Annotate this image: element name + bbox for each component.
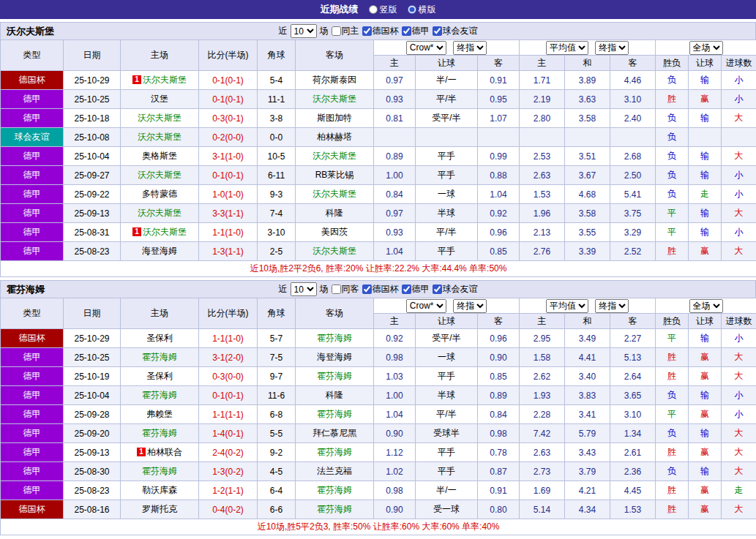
odds-time-select[interactable]: 终指 xyxy=(453,299,487,313)
corners: 11-1 xyxy=(258,90,296,109)
section-header: 沃尔夫斯堡 近 10 场 同主 德国杯 德甲 球会友谊 xyxy=(0,22,756,39)
corners: 5-7 xyxy=(258,329,296,348)
odds-company-select[interactable]: Crow* xyxy=(406,299,446,313)
handicap-result: 输 xyxy=(689,147,722,166)
avg-draw: 3.83 xyxy=(565,386,610,405)
col-header-handicap-result: 让球 xyxy=(689,56,722,71)
goals-result: 小 xyxy=(722,166,756,185)
goals-result: 小 xyxy=(722,71,756,90)
handicap-line: 半球 xyxy=(416,204,478,223)
corners: 9-7 xyxy=(258,367,296,386)
avg-draw: 3.41 xyxy=(565,405,610,424)
odds-home: 0.98 xyxy=(374,348,416,367)
league-checkbox-bundesliga[interactable] xyxy=(402,26,411,36)
result: 负 xyxy=(656,128,689,147)
home-team: 勒沃库森 xyxy=(121,481,199,500)
match-row: 德甲25-09-13沃尔夫斯堡3-3(1-1)7-4科隆0.97半球0.921.… xyxy=(1,204,756,223)
corners: 3-8 xyxy=(258,109,296,128)
goals-result: 大 xyxy=(722,109,756,128)
team-name-text: 奥格斯堡 xyxy=(142,151,177,161)
result: 负 xyxy=(656,424,689,443)
match-type: 德甲 xyxy=(1,185,64,204)
match-count-select[interactable]: 10 xyxy=(291,282,317,296)
handicap-result: 输 xyxy=(689,166,722,185)
league-checkbox-cup-label[interactable]: 德国杯 xyxy=(362,25,399,37)
handicap-result: 输 xyxy=(689,223,722,242)
handicap-line: 半球 xyxy=(416,386,478,405)
score: 1-1(1-0) xyxy=(199,329,258,348)
odds-time-select[interactable]: 终指 xyxy=(453,41,487,55)
match-row: 德甲25-10-19圣保利0-3(0-0)9-7霍芬海姆1.03平手0.852.… xyxy=(1,367,756,386)
same-venue-checkbox-label[interactable]: 同主 xyxy=(332,25,359,37)
avg-draw: 4.68 xyxy=(565,185,610,204)
odds-away: 0.95 xyxy=(478,90,520,109)
match-row: 德甲25-09-27沃尔夫斯堡0-1(0-1)6-11RB莱比锡1.00平手0.… xyxy=(1,166,756,185)
league-checkbox-bundesliga[interactable] xyxy=(402,284,411,294)
odds-away xyxy=(478,128,520,147)
avg-home: 7.42 xyxy=(520,424,565,443)
odds-home: 1.00 xyxy=(374,386,416,405)
match-type: 德国杯 xyxy=(1,500,64,519)
col-header-odds-home: 主 xyxy=(374,314,416,329)
league-checkbox-bundesliga-label[interactable]: 德甲 xyxy=(402,25,430,37)
near-label: 近 xyxy=(279,283,288,295)
average-select[interactable]: 平均值 xyxy=(546,299,588,313)
layout-radio-vertical[interactable] xyxy=(369,5,378,14)
same-venue-checkbox[interactable] xyxy=(332,284,341,294)
match-date: 25-09-20 xyxy=(64,424,121,443)
league-checkbox-cup-label[interactable]: 德国杯 xyxy=(362,283,399,295)
scope-dropdown-cell: 全场 xyxy=(656,298,756,314)
avg-home: 2.73 xyxy=(520,462,565,481)
team-name-text: 圣保利 xyxy=(146,371,173,381)
handicap-line: 半/一 xyxy=(416,481,478,500)
odds-away: 0.80 xyxy=(478,500,520,519)
odds-away: 0.88 xyxy=(478,166,520,185)
match-count-select[interactable]: 10 xyxy=(291,24,317,38)
match-row: 球会友谊25-10-08沃尔夫斯堡0-2(0-0)0-0柏林赫塔负 xyxy=(1,128,756,147)
average-select[interactable]: 平均值 xyxy=(546,41,588,55)
match-date: 25-10-04 xyxy=(64,386,121,405)
goals-result: 小 xyxy=(722,185,756,204)
same-venue-checkbox[interactable] xyxy=(332,26,341,36)
scope-select[interactable]: 全场 xyxy=(689,41,723,55)
col-header-corners: 角球 xyxy=(258,40,296,71)
match-type: 德甲 xyxy=(1,90,64,109)
odds-home: 1.03 xyxy=(374,367,416,386)
average-time-select[interactable]: 终指 xyxy=(595,299,629,313)
league-checkbox-cup[interactable] xyxy=(362,284,372,294)
avg-home: 2.95 xyxy=(520,329,565,348)
away-team: 海登海姆 xyxy=(296,348,374,367)
league-checkbox-bundesliga-label[interactable]: 德甲 xyxy=(402,283,430,295)
avg-draw xyxy=(565,128,610,147)
layout-radio-horizontal[interactable] xyxy=(408,5,416,14)
league-checkbox-friendly[interactable] xyxy=(433,26,442,36)
odds-company-select[interactable]: Crow* xyxy=(406,41,446,55)
layout-radio-vertical-label[interactable]: 竖版 xyxy=(369,4,397,16)
league-checkbox-friendly-label[interactable]: 球会友谊 xyxy=(433,283,478,295)
team-section-wolfsburg: 沃尔夫斯堡 近 10 场 同主 德国杯 德甲 球会友谊 xyxy=(0,22,756,277)
result: 胜 xyxy=(656,348,689,367)
league-checkbox-friendly[interactable] xyxy=(433,284,442,294)
league-checkbox-friendly-label[interactable]: 球会友谊 xyxy=(433,25,478,37)
col-header-avg-home: 主 xyxy=(520,314,565,329)
scope-select[interactable]: 全场 xyxy=(689,299,723,313)
odds-home: 0.90 xyxy=(374,424,416,443)
avg-away: 3.10 xyxy=(610,405,656,424)
odds-home: 0.93 xyxy=(374,90,416,109)
league-checkbox-cup[interactable] xyxy=(362,26,372,36)
red-card-badge: 1 xyxy=(132,75,141,84)
handicap-result: 输 xyxy=(689,424,722,443)
layout-radio-horizontal-label[interactable]: 横版 xyxy=(408,4,436,16)
match-date: 25-08-31 xyxy=(64,223,121,242)
odds-home: 1.04 xyxy=(374,405,416,424)
away-team: 柏林赫塔 xyxy=(296,128,374,147)
same-venue-checkbox-label[interactable]: 同客 xyxy=(332,283,359,295)
handicap-line: 平手 xyxy=(416,147,478,166)
team-name: 沃尔夫斯堡 xyxy=(7,23,54,39)
team-name-text: 科隆 xyxy=(326,208,343,218)
odds-home: 1.04 xyxy=(374,242,416,261)
goals-result: 小 xyxy=(722,405,756,424)
average-time-select[interactable]: 终指 xyxy=(595,41,629,55)
summary-row: 近10场,胜5平2负3, 胜率:50% 让胜率:60% 大率:60% 单率:40… xyxy=(1,519,756,535)
team-name-text: 霍芬海姆 xyxy=(317,333,352,343)
